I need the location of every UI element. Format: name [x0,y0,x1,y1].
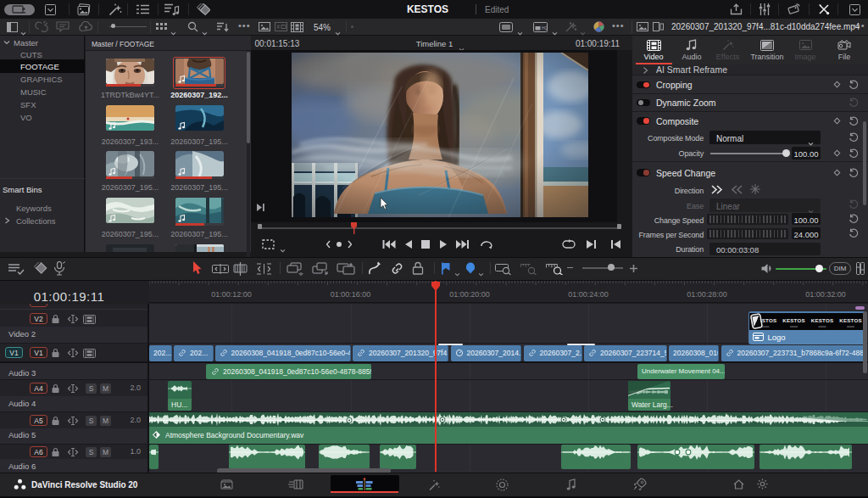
svg-text:01:00:24:00: 01:00:24:00 [568,290,609,299]
svg-text:HQ: HQ [542,25,548,31]
svg-text:01:00:12:00: 01:00:12:00 [211,290,252,299]
svg-text:KESTOS: KESTOS [810,317,833,323]
svg-text:KESTOS: KESTOS [839,317,862,323]
svg-text:01:00:32:00: 01:00:32:00 [805,290,846,299]
svg-text:01:00:20:00: 01:00:20:00 [449,290,490,299]
svg-text:KESTOS: KESTOS [782,317,805,323]
svg-text:01:00:16:00: 01:00:16:00 [331,290,371,299]
svg-text:01:00:28:00: 01:00:28:00 [687,290,727,299]
